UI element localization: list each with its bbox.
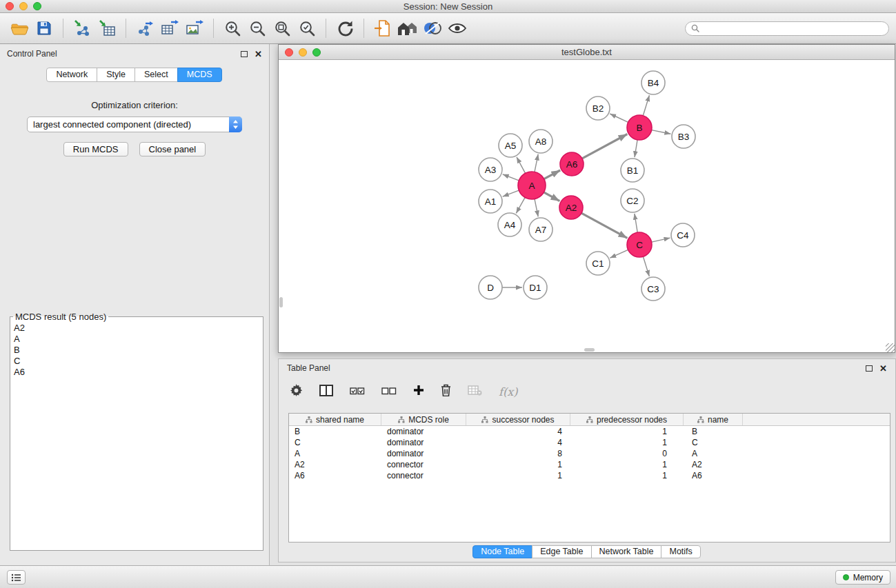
edge-B-B4[interactable] xyxy=(643,95,649,116)
run-mcds-button[interactable]: Run MCDS xyxy=(63,142,128,156)
show-panel-button[interactable] xyxy=(7,570,26,585)
table-cell[interactable]: A2 xyxy=(289,459,381,470)
zoom-network-window-button[interactable] xyxy=(312,48,321,57)
table-cell[interactable]: A xyxy=(289,448,381,459)
export-network-icon[interactable] xyxy=(132,17,157,39)
table-cell[interactable]: B xyxy=(684,426,743,437)
minimize-network-window-button[interactable] xyxy=(299,48,307,57)
trash-icon[interactable] xyxy=(441,384,451,399)
zoom-in-icon[interactable] xyxy=(220,17,245,39)
result-item[interactable]: A6 xyxy=(14,367,263,378)
table-cell[interactable]: 1 xyxy=(570,426,684,437)
resize-grip-icon[interactable] xyxy=(886,343,895,352)
table-cell[interactable]: 0 xyxy=(570,448,684,459)
column-header-predecessor-nodes[interactable]: predecessor nodes xyxy=(570,414,684,425)
table-row[interactable]: A2connector11A2 xyxy=(289,459,890,470)
close-panel-button[interactable]: Close panel xyxy=(139,142,206,156)
table-cell[interactable]: C xyxy=(684,437,743,448)
minimize-window-button[interactable] xyxy=(19,2,28,10)
table-row[interactable]: Adominator80A xyxy=(289,448,890,459)
table-row[interactable]: Bdominator41B xyxy=(289,426,890,437)
close-table-panel-icon[interactable]: ✕ xyxy=(879,364,887,373)
import-table-icon[interactable] xyxy=(94,17,119,39)
memory-button[interactable]: Memory xyxy=(835,570,890,585)
table-cell[interactable]: A6 xyxy=(289,470,381,481)
edge-B-B1[interactable] xyxy=(635,140,637,157)
table-cell[interactable]: B xyxy=(289,426,381,437)
table-cell[interactable]: 1 xyxy=(466,459,570,470)
export-image-icon[interactable] xyxy=(182,17,207,39)
column-header-shared-name[interactable]: shared name xyxy=(289,414,381,425)
tab-mcds[interactable]: MCDS xyxy=(177,68,222,82)
columns-icon[interactable] xyxy=(319,385,333,399)
tab-network[interactable]: Network xyxy=(46,68,97,82)
column-header-name[interactable]: name xyxy=(684,414,743,425)
float-panel-icon[interactable] xyxy=(241,51,248,57)
table-cell[interactable]: A6 xyxy=(684,470,743,481)
edge-C-C1[interactable] xyxy=(610,250,628,258)
result-item[interactable]: A2 xyxy=(14,323,263,334)
gear-icon[interactable] xyxy=(290,384,303,400)
search-field[interactable] xyxy=(685,21,889,36)
folder-open-icon[interactable] xyxy=(7,17,32,39)
tab-motifs[interactable]: Motifs xyxy=(661,545,700,558)
result-item[interactable]: C xyxy=(14,356,263,367)
table-cell[interactable]: 4 xyxy=(466,437,570,448)
table-cell[interactable]: 8 xyxy=(466,448,570,459)
table-cell[interactable]: connector xyxy=(381,459,466,470)
homes-icon[interactable] xyxy=(395,17,420,39)
table-cell[interactable]: A xyxy=(684,448,743,459)
tab-node-table[interactable]: Node Table xyxy=(472,545,532,558)
edge-A-A2[interactable] xyxy=(544,192,559,201)
table-cell[interactable]: 1 xyxy=(466,470,570,481)
column-header-mcds-role[interactable]: MCDS role xyxy=(381,414,466,425)
vertical-scrollbar-thumb[interactable] xyxy=(279,297,283,307)
edge-A-A3[interactable] xyxy=(503,174,519,181)
edge-C-C3[interactable] xyxy=(643,256,649,276)
edge-A-A8[interactable] xyxy=(535,154,538,172)
edge-C-C2[interactable] xyxy=(635,214,637,232)
table-cell[interactable]: dominator xyxy=(381,448,466,459)
result-item[interactable]: B xyxy=(14,345,263,356)
tab-select[interactable]: Select xyxy=(135,68,178,82)
venn-icon[interactable] xyxy=(420,17,445,39)
edge-B-B2[interactable] xyxy=(610,114,628,122)
table-cell[interactable]: dominator xyxy=(381,437,466,448)
tab-network-table[interactable]: Network Table xyxy=(591,545,662,558)
document-icon[interactable] xyxy=(370,17,395,39)
add-column-icon[interactable] xyxy=(413,385,424,398)
edge-A-A4[interactable] xyxy=(516,197,525,213)
edge-A2-C[interactable] xyxy=(581,213,628,238)
table-row[interactable]: Cdominator41C xyxy=(289,437,890,448)
edge-C-C4[interactable] xyxy=(652,238,670,242)
zoom-out-icon[interactable] xyxy=(245,17,270,39)
table-cell[interactable]: A2 xyxy=(684,459,743,470)
close-network-window-button[interactable] xyxy=(285,48,293,57)
refresh-icon[interactable] xyxy=(332,17,357,39)
zoom-window-button[interactable] xyxy=(33,2,41,10)
edge-B-B3[interactable] xyxy=(652,130,671,134)
table-cell[interactable]: 1 xyxy=(570,437,684,448)
table-row[interactable]: A6connector11A6 xyxy=(289,470,890,481)
export-table-icon[interactable] xyxy=(157,17,182,39)
table-cell[interactable]: C xyxy=(289,437,381,448)
close-window-button[interactable] xyxy=(6,2,14,10)
criterion-dropdown[interactable]: largest connected component (directed) xyxy=(27,116,242,132)
edge-A-A6[interactable] xyxy=(544,170,561,179)
unselect-all-icon[interactable] xyxy=(381,385,397,398)
table-cell[interactable]: 4 xyxy=(466,426,570,437)
zoom-fit-icon[interactable] xyxy=(270,17,295,39)
tab-style[interactable]: Style xyxy=(97,68,135,82)
horizontal-scrollbar-thumb[interactable] xyxy=(584,348,595,352)
table-cell[interactable]: 1 xyxy=(570,470,684,481)
close-panel-icon[interactable]: ✕ xyxy=(255,50,262,59)
search-input[interactable] xyxy=(703,23,883,33)
table-cell[interactable]: 1 xyxy=(570,459,684,470)
edge-A-A7[interactable] xyxy=(535,199,538,217)
select-all-icon[interactable] xyxy=(350,385,365,398)
edge-A-A1[interactable] xyxy=(503,190,519,196)
result-item[interactable]: A xyxy=(14,334,263,345)
table-cell[interactable]: dominator xyxy=(381,426,466,437)
table-cell[interactable]: connector xyxy=(381,470,466,481)
float-table-panel-icon[interactable] xyxy=(866,365,873,372)
